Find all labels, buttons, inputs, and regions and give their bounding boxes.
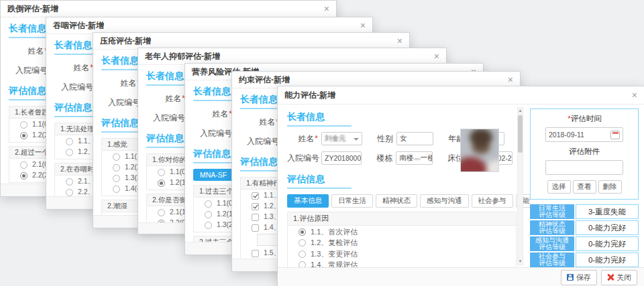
building-label: 楼栋 xyxy=(370,153,392,164)
dialog-footer: 保存 关闭 xyxy=(278,267,644,286)
dialog-ability-assessment: 能力评估-新增 × 长者信息 姓名* 刘金元 性别 女 年龄 64岁 入院编号 … xyxy=(277,86,644,286)
radio-icon xyxy=(158,180,165,187)
name-label: 姓名* xyxy=(193,109,232,120)
grade-row: 社会参与评估等级0-能力完好 xyxy=(530,253,639,267)
radio-icon xyxy=(20,161,28,169)
radio-option[interactable]: 1.1、首次评估 xyxy=(288,227,516,237)
checkbox-icon xyxy=(252,250,259,257)
radio-icon xyxy=(299,228,306,236)
assess-date-input[interactable]: 2018-09-11 xyxy=(545,127,623,142)
dialog-body: 长者信息 姓名* 刘金元 性别 女 年龄 64岁 入院编号 ZY20180001… xyxy=(278,104,644,268)
attachment-input[interactable] xyxy=(545,160,623,175)
radio-icon xyxy=(66,149,73,156)
close-icon[interactable]: × xyxy=(508,75,513,84)
grade-label: 感知与沟通评估等级 xyxy=(530,236,574,251)
option-label: 1.3、变更评估 xyxy=(311,249,358,259)
tab[interactable]: MNA-SF xyxy=(193,169,233,181)
radio-icon xyxy=(158,169,165,176)
name-label: 姓名* xyxy=(9,46,48,57)
radio-option[interactable]: 1.2、复检评估 xyxy=(288,238,516,248)
tab[interactable]: 精神状态 xyxy=(376,194,417,208)
resident-photo xyxy=(460,129,499,172)
view-button[interactable]: 查看 xyxy=(573,180,596,194)
question-title: 1.评估原因 xyxy=(288,212,516,226)
assessment-side-panel: *评估时间 2018-09-11 评估附件 选择 查看 删除 日常生活评估等级3… xyxy=(530,104,644,268)
close-icon[interactable]: × xyxy=(632,90,637,100)
radio-option[interactable]: 1.3、变更评估 xyxy=(288,249,516,259)
gender-input[interactable]: 女 xyxy=(396,132,433,145)
admission-label: 入院编号 xyxy=(287,153,318,164)
checkbox-icon xyxy=(252,224,259,232)
radio-icon xyxy=(299,239,306,246)
assess-time-label: *评估时间 xyxy=(535,114,634,124)
radio-icon xyxy=(158,209,165,216)
screen: 跌倒评估-新增 × 长者信息 姓名* 刘金元 入院编号 ZY20180001 评… xyxy=(0,0,644,286)
radio-icon xyxy=(20,172,28,180)
radio-icon xyxy=(20,121,28,129)
close-icon[interactable]: × xyxy=(324,4,329,13)
scroll-up-icon[interactable] xyxy=(518,108,523,114)
admission-label: 入院编号 xyxy=(9,65,48,76)
radio-icon xyxy=(205,200,212,208)
dialog-title: 约束评估-新增 xyxy=(239,74,290,86)
option-label: 1.1、首次评估 xyxy=(311,227,358,237)
scrollbar-thumb[interactable] xyxy=(518,115,523,153)
question-block: 1.评估原因1.1、首次评估1.2、复检评估1.3、变更评估1.4、常规评估1.… xyxy=(287,212,517,268)
admission-label: 入院编号 xyxy=(193,128,232,139)
radio-icon xyxy=(66,138,73,145)
admission-label: 入院编号 xyxy=(146,113,185,124)
dialog-title: 吞咽评估-新增 xyxy=(53,20,104,31)
tab[interactable]: 社会参与 xyxy=(472,194,513,208)
tab[interactable]: 基本信息 xyxy=(287,194,329,208)
grade-row: 日常生活评估等级3-重度失能 xyxy=(530,204,639,219)
grade-value: 0-能力完好 xyxy=(576,236,639,251)
radio-icon xyxy=(113,186,120,193)
close-icon[interactable]: × xyxy=(360,21,366,30)
close-icon[interactable]: × xyxy=(397,36,402,46)
building-input[interactable]: 南楼—一楼110 xyxy=(396,151,433,165)
radio-icon xyxy=(205,222,212,229)
dialog-title: 能力评估-新增 xyxy=(284,90,335,101)
save-icon xyxy=(567,274,574,281)
admission-input[interactable]: ZY20180001 xyxy=(321,151,362,165)
close-icon[interactable]: × xyxy=(434,52,439,61)
grade-label: 日常生活评估等级 xyxy=(530,204,574,219)
name-label: 姓名* xyxy=(240,117,279,128)
checkbox-icon xyxy=(252,214,259,221)
scroll-down-icon[interactable] xyxy=(518,259,523,265)
admission-label: 入院编号 xyxy=(54,82,93,93)
checkbox-icon xyxy=(252,203,259,210)
radio-icon xyxy=(113,175,120,182)
grade-value: 0-能力完好 xyxy=(576,253,639,267)
assessment-tab-bar: 基本信息日常生活精神状态感知与沟通社会参与能力评估报告 xyxy=(287,194,513,208)
question-list: 1.评估原因1.1、首次评估1.2、复检评估1.3、变更评估1.4、常规评估1.… xyxy=(287,212,517,268)
radio-icon xyxy=(66,178,73,186)
grade-row: 精神状态评估等级0-能力完好 xyxy=(530,220,639,235)
dialog-titlebar: 跌倒评估-新增 × xyxy=(1,1,336,17)
close-button[interactable]: 关闭 xyxy=(601,270,637,285)
checkbox-icon xyxy=(252,192,259,200)
grade-value: 0-能力完好 xyxy=(576,220,639,235)
attachment-buttons: 选择 查看 删除 xyxy=(535,180,634,194)
close-x-icon xyxy=(607,274,614,281)
name-label: 姓名* xyxy=(101,78,140,89)
tab[interactable]: 日常生活 xyxy=(331,194,373,208)
vertical-scrollbar[interactable] xyxy=(517,107,523,265)
dialog-title: 压疮评估-新增 xyxy=(100,35,151,47)
select-button[interactable]: 选择 xyxy=(547,180,571,194)
name-label: 姓名* xyxy=(54,62,93,74)
calendar-icon[interactable] xyxy=(610,131,620,139)
assessment-main-column: 长者信息 姓名* 刘金元 性别 女 年龄 64岁 入院编号 ZY20180001… xyxy=(278,104,530,268)
dialog-titlebar: 能力评估-新增 × xyxy=(278,86,644,104)
delete-button[interactable]: 删除 xyxy=(598,180,622,194)
attachment-label: 评估附件 xyxy=(535,147,634,157)
option-label: 1.2、复检评估 xyxy=(311,238,358,248)
tab[interactable]: 感知与沟通 xyxy=(420,194,469,208)
save-button[interactable]: 保存 xyxy=(561,270,597,285)
dialog-title: 跌倒评估-新增 xyxy=(7,3,58,15)
radio-icon xyxy=(113,153,120,161)
admission-label: 入院编号 xyxy=(101,97,140,109)
name-select[interactable]: 刘金元 xyxy=(321,132,362,145)
radio-icon xyxy=(20,132,28,139)
radio-icon xyxy=(66,189,73,196)
